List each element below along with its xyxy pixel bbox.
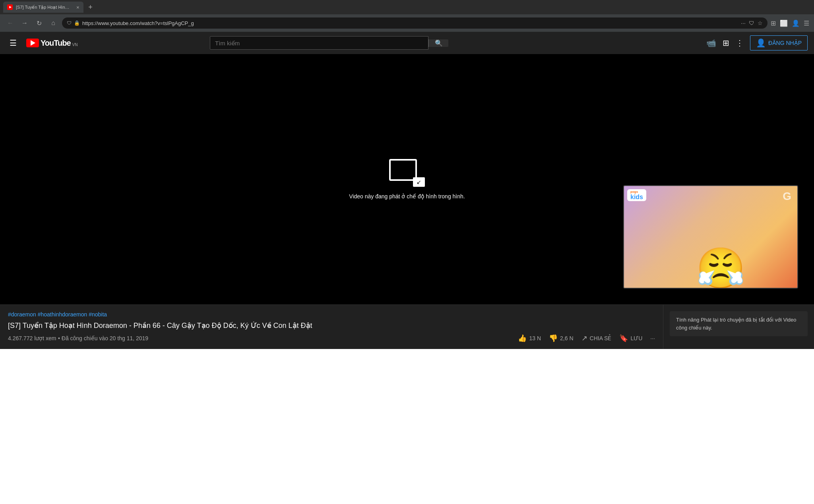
search-icon: 🔍 (435, 39, 443, 47)
tab-title: [S7] Tuyển Tập Hoạt Hình D... (16, 5, 72, 10)
video-meta-row: 4.267.772 lượt xem • Đã công chiếu vào 2… (8, 334, 655, 343)
youtube-main: ↙ Video này đang phát ở chế độ hình tron… (0, 54, 814, 349)
chat-replay-notice: Tính năng Phát lại trò chuyện đã bị tắt … (670, 311, 808, 336)
apps-grid-icon[interactable]: ⊞ (723, 38, 729, 48)
video-stats-group: 4.267.772 lượt xem • Đã công chiếu vào 2… (8, 335, 148, 342)
nav-forward-button[interactable]: → (19, 17, 30, 29)
url-bar-icons: ··· 🛡 ☆ (741, 20, 763, 26)
more-icon: ··· (650, 335, 655, 341)
stat-separator: • (58, 335, 62, 341)
pip-thumbnail[interactable]: pogs kids G 😤 (623, 185, 798, 289)
menu-icon: ☰ (804, 19, 809, 27)
pip-mini-frame: ↙ (413, 177, 425, 187)
more-options-icon[interactable]: ⋮ (736, 38, 744, 48)
browser-nav: ← → ↻ ⌂ 🛡 🔒 https://www.youtube.com/watc… (0, 14, 814, 32)
pip-message: Video này đang phát ở chế độ hình trong … (349, 193, 465, 200)
search-container: 🔍 (210, 36, 448, 50)
youtube-play-icon (31, 40, 35, 46)
browser-tabs: [S7] Tuyển Tập Hoạt Hình D... × + (0, 0, 814, 14)
youtube-header: ☰ YouTube VN 🔍 📹 ⊞ ⋮ 👤 ĐĂNG NHẬP (0, 32, 814, 54)
youtube-logo-icon (26, 39, 39, 47)
view-count: 4.267.772 lượt xem (8, 335, 56, 341)
create-video-icon[interactable]: 📹 (706, 38, 716, 48)
browser-chrome: [S7] Tuyển Tập Hoạt Hình D... × + ← → ↻ … (0, 0, 814, 32)
youtube-country-label: VN (72, 43, 78, 47)
save-button[interactable]: 🔖 LƯU (619, 334, 642, 343)
publish-date: Đã công chiếu vào 20 thg 11, 2019 (62, 335, 148, 341)
video-actions: 👍 13 N 👎 2,6 N ↗ CHIA SẺ 🔖 LƯU (518, 334, 655, 343)
video-player-area[interactable]: ↙ Video này đang phát ở chế độ hình tron… (0, 54, 814, 304)
like-count: 13 N (529, 335, 541, 341)
signin-label: ĐĂNG NHẬP (768, 40, 802, 46)
active-tab[interactable]: [S7] Tuyển Tập Hoạt Hình D... × (3, 2, 83, 13)
nav-refresh-button[interactable]: ↻ (33, 17, 45, 29)
nav-home-button[interactable]: ⌂ (48, 17, 59, 29)
bookmark-icon[interactable]: ☆ (758, 20, 763, 26)
save-icon: 🔖 (619, 334, 628, 343)
share-label: CHIA SẺ (590, 335, 612, 341)
video-title: [S7] Tuyển Tập Hoạt Hình Doraemon - Phần… (8, 321, 655, 331)
shield-icon: 🛡 (67, 20, 72, 26)
tabs-icon: ⬜ (780, 19, 788, 27)
below-video-section: #doraemon #hoathinhdoraemon #nobita [S7]… (0, 304, 814, 349)
youtube-wordmark: YouTube (41, 39, 71, 48)
more-icon[interactable]: ··· (741, 20, 746, 26)
kids-text: kids (630, 194, 643, 200)
lock-icon: 🔒 (74, 20, 80, 26)
nav-right: ⊞ ⬜ 👤 ☰ (771, 19, 809, 27)
nav-back-button[interactable]: ← (5, 17, 16, 29)
channel-watermark: G (783, 190, 791, 203)
like-button[interactable]: 👍 13 N (518, 334, 541, 343)
dislike-button[interactable]: 👎 2,6 N (549, 334, 573, 343)
new-tab-button[interactable]: + (85, 2, 96, 13)
url-text: https://www.youtube.com/watch?v=tslPgAgC… (82, 20, 738, 26)
search-input[interactable] (210, 37, 428, 49)
cartoon-character: 😤 (696, 248, 746, 288)
header-right-icons: 📹 ⊞ ⋮ 👤 ĐĂNG NHẬP (706, 35, 808, 50)
signin-button[interactable]: 👤 ĐĂNG NHẬP (750, 35, 808, 50)
account-circle-icon: 👤 (756, 38, 766, 48)
pip-overlay: ↙ Video này đang phát ở chế độ hình tron… (349, 159, 465, 200)
pip-icon: ↙ (389, 159, 425, 187)
extensions-icon: ⊞ (771, 19, 776, 27)
video-info-section: #doraemon #hoathinhdoraemon #nobita [S7]… (0, 305, 663, 349)
more-actions-button[interactable]: ··· (650, 335, 655, 341)
video-tags[interactable]: #doraemon #hoathinhdoraemon #nobita (8, 311, 655, 318)
youtube-logo[interactable]: YouTube VN (26, 39, 78, 48)
save-label: LƯU (630, 335, 642, 341)
thumbsdown-icon: 👎 (549, 334, 558, 343)
hamburger-menu-icon[interactable]: ☰ (6, 35, 20, 51)
share-icon: ↗ (581, 334, 587, 343)
thumbsup-icon: 👍 (518, 334, 527, 343)
sidebar-section: Tính năng Phát lại trò chuyện đã bị tắt … (663, 305, 814, 349)
account-icon: 👤 (792, 19, 800, 27)
url-bar[interactable]: 🛡 🔒 https://www.youtube.com/watch?v=tslP… (62, 17, 767, 29)
tab-favicon (7, 4, 13, 10)
pip-arrow-icon: ↙ (417, 179, 421, 185)
tab-close-button[interactable]: × (76, 4, 79, 10)
shield-icon-right: 🛡 (749, 20, 754, 26)
search-bar (210, 36, 428, 50)
share-button[interactable]: ↗ CHIA SẺ (581, 334, 612, 343)
dislike-count: 2,6 N (560, 335, 573, 341)
search-button[interactable]: 🔍 (428, 39, 448, 47)
channel-logo-badge: pogs kids (627, 189, 646, 201)
pip-thumbnail-content: pogs kids G 😤 (624, 186, 797, 288)
